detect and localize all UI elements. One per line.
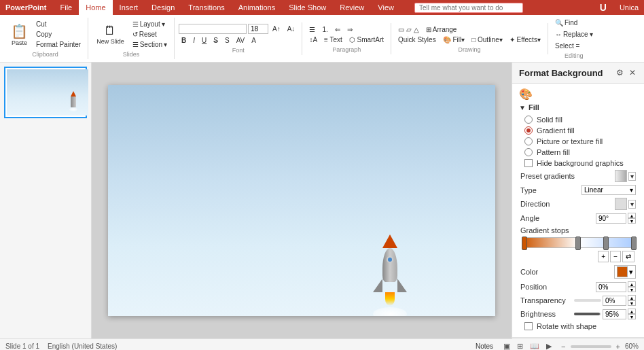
shape-effects-button[interactable]: ✦ Effects▾ — [507, 35, 543, 45]
notes-button[interactable]: Notes — [473, 341, 496, 350]
bullets-button[interactable]: ☰ — [306, 24, 318, 35]
format-painter-button[interactable]: Format Painter — [33, 39, 84, 50]
increase-font-button[interactable]: A↑ — [270, 24, 283, 34]
add-gradient-stop-button[interactable]: + — [598, 251, 609, 262]
status-left: Slide 1 of 1 English (United States) — [5, 343, 117, 350]
gradient-bar[interactable] — [522, 237, 634, 248]
solid-fill-option[interactable]: Solid fill — [524, 116, 637, 124]
canvas-area[interactable] — [92, 63, 512, 338]
type-select[interactable]: Linear ▾ — [582, 185, 636, 195]
reading-view-button[interactable]: 📖 — [528, 341, 541, 350]
tab-transitions[interactable]: Transitions — [181, 0, 231, 15]
transparency-slider[interactable] — [574, 299, 601, 302]
tab-insert[interactable]: Insert — [113, 0, 145, 15]
reverse-gradient-button[interactable]: ⇄ — [622, 251, 634, 262]
underline-button[interactable]: U — [199, 35, 209, 46]
gradient-handle-4[interactable] — [631, 237, 637, 250]
tab-animations[interactable]: Animations — [232, 0, 282, 15]
font-color-button[interactable]: A — [249, 35, 259, 46]
numbering-button[interactable]: 1. — [319, 24, 330, 35]
hide-bg-option[interactable]: Hide background graphics — [519, 159, 637, 167]
arrange-button[interactable]: ⊞ Arrange — [423, 24, 460, 35]
italic-button[interactable]: I — [190, 35, 198, 46]
panel-options-icon[interactable]: ⚙ — [615, 67, 625, 79]
decrease-font-button[interactable]: A↓ — [285, 24, 298, 34]
transparency-down-button[interactable]: ▼ — [628, 300, 636, 306]
char-spacing-button[interactable]: AV — [234, 35, 248, 46]
shape-fill-button[interactable]: 🎨 Fill▾ — [440, 35, 468, 45]
hide-bg-checkbox[interactable] — [524, 159, 533, 167]
angle-up-button[interactable]: ▲ — [628, 213, 636, 218]
quick-styles-button[interactable]: Quick Styles — [395, 35, 439, 45]
slide-canvas[interactable] — [108, 85, 495, 316]
pattern-fill-option[interactable]: Pattern fill — [524, 148, 637, 156]
brightness-slider[interactable] — [574, 313, 601, 315]
shape-outline-button[interactable]: □ Outline▾ — [469, 35, 505, 45]
find-button[interactable]: 🔍 Find — [552, 18, 580, 28]
slide-sorter-button[interactable]: ⊞ — [515, 341, 525, 350]
gradient-fill-option[interactable]: Gradient fill — [524, 126, 637, 135]
solid-fill-radio[interactable] — [524, 116, 533, 124]
rotate-shape-option[interactable]: Rotate with shape — [519, 322, 637, 330]
gradient-handle-3[interactable] — [603, 237, 609, 250]
position-input[interactable] — [596, 282, 626, 292]
reset-button[interactable]: ↺ Reset — [130, 29, 170, 39]
angle-input[interactable] — [596, 213, 626, 224]
replace-button[interactable]: ↔ Replace ▾ — [552, 29, 596, 39]
shadow-button[interactable]: S — [222, 35, 232, 46]
pattern-fill-radio[interactable] — [524, 148, 533, 156]
preset-gradient-swatch[interactable] — [615, 170, 627, 182]
tab-review[interactable]: Review — [333, 0, 371, 15]
preset-gradient-dropdown[interactable]: ▾ — [628, 172, 636, 181]
tab-view[interactable]: View — [371, 0, 401, 15]
gradient-fill-radio[interactable] — [524, 126, 533, 135]
transparency-input[interactable] — [603, 296, 626, 306]
transparency-up-button[interactable]: ▲ — [628, 295, 636, 300]
new-slide-button[interactable]: 🗒 New Slide — [92, 22, 128, 46]
slide-thumbnail-1[interactable]: 1 — [4, 67, 87, 118]
text-direction-button[interactable]: ↕A — [306, 35, 320, 45]
font-size-input[interactable] — [248, 24, 268, 34]
picture-texture-option[interactable]: Picture or texture fill — [524, 137, 637, 145]
remove-gradient-stop-button[interactable]: − — [610, 251, 621, 262]
direction-dropdown[interactable]: ▾ — [628, 200, 636, 209]
rotate-shape-checkbox[interactable] — [524, 322, 533, 330]
panel-close-icon[interactable]: ✕ — [628, 67, 637, 79]
tab-slideshow[interactable]: Slide Show — [282, 0, 333, 15]
zoom-slider[interactable] — [571, 345, 611, 348]
decrease-indent-button[interactable]: ⇐ — [332, 24, 343, 35]
paste-button[interactable]: 📋 Paste — [7, 22, 32, 48]
zoom-out-button[interactable]: − — [559, 342, 567, 351]
position-down-button[interactable]: ▼ — [628, 287, 636, 292]
increase-indent-button[interactable]: ⇒ — [344, 24, 355, 35]
direction-swatch[interactable] — [615, 198, 627, 210]
tab-design[interactable]: Design — [145, 0, 181, 15]
align-text-button[interactable]: ≡ Text — [321, 35, 345, 45]
gradient-handle-2[interactable] — [575, 237, 581, 250]
normal-view-button[interactable]: ▣ — [501, 341, 512, 350]
brightness-down-button[interactable]: ▼ — [628, 314, 636, 319]
bold-button[interactable]: B — [179, 35, 189, 46]
search-input[interactable] — [414, 3, 523, 13]
shapes-button[interactable]: ▭ ▱ △ — [395, 24, 422, 35]
brightness-up-button[interactable]: ▲ — [628, 309, 636, 314]
slideshow-view-button[interactable]: ▶ — [544, 341, 554, 350]
position-up-button[interactable]: ▲ — [628, 281, 636, 287]
angle-down-button[interactable]: ▼ — [628, 218, 636, 224]
color-picker-button[interactable]: ▾ — [614, 265, 636, 279]
tab-file[interactable]: File — [54, 0, 79, 15]
gradient-handle-1[interactable] — [522, 237, 527, 250]
tab-home[interactable]: Home — [79, 0, 112, 15]
layout-button[interactable]: ☰ Layout ▾ — [130, 19, 170, 29]
brightness-label: Brightness — [520, 310, 556, 318]
copy-button[interactable]: Copy — [33, 29, 84, 39]
font-name-input[interactable] — [179, 24, 247, 34]
zoom-in-button[interactable]: + — [614, 342, 622, 351]
section-button[interactable]: ☰ Section ▾ — [130, 39, 170, 50]
convert-smartart-button[interactable]: ⬡ SmartArt — [346, 35, 387, 45]
brightness-input[interactable] — [603, 309, 626, 319]
picture-texture-radio[interactable] — [524, 137, 533, 145]
cut-button[interactable]: Cut — [33, 19, 84, 29]
strikethrough-button[interactable]: S — [211, 35, 221, 46]
select-button[interactable]: Select = — [552, 41, 582, 51]
